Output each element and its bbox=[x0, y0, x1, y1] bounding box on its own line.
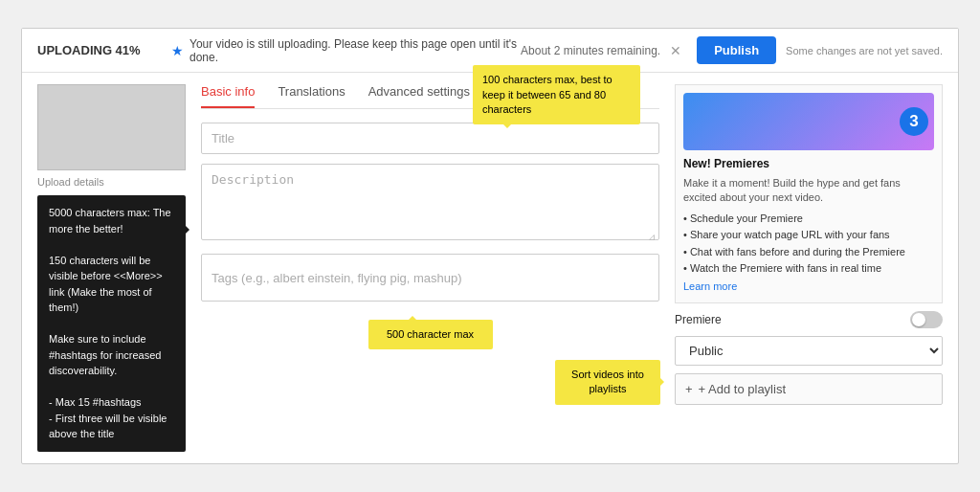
main-content: Upload details 5000 characters max: The … bbox=[22, 73, 958, 463]
visibility-select[interactable]: Public Unlisted Private bbox=[675, 336, 943, 366]
bullet-2: Share your watch page URL with your fans bbox=[683, 228, 934, 242]
upload-label: Upload details bbox=[37, 176, 186, 188]
resize-handle-icon: ⊿ bbox=[648, 232, 656, 242]
plus-icon: + bbox=[685, 382, 693, 396]
upload-message: ★ Your video is still uploading. Please … bbox=[171, 37, 521, 64]
add-playlist-label: + Add to playlist bbox=[699, 382, 786, 396]
right-panel: 3 New! Premieres Make it a moment! Build… bbox=[675, 84, 943, 405]
title-character-annotation: 100 characters max, best to keep it betw… bbox=[473, 65, 640, 124]
description-field: ⊿ bbox=[201, 164, 659, 244]
video-thumbnail bbox=[37, 84, 186, 170]
learn-more-link[interactable]: Learn more bbox=[683, 280, 934, 294]
upload-dialog: UPLOADING 41% ★ Your video is still uplo… bbox=[21, 28, 959, 464]
bullet-4: Watch the Premiere with fans in real tim… bbox=[683, 261, 934, 276]
star-icon: ★ bbox=[171, 43, 184, 58]
premiere-toggle[interactable] bbox=[910, 311, 943, 328]
left-panel: Upload details 5000 characters max: The … bbox=[37, 84, 186, 452]
tags-wrapper: 500 character max bbox=[201, 254, 659, 302]
premiere-label: Premiere bbox=[675, 313, 722, 326]
premiere-subtitle: Make it a moment! Build the hype and get… bbox=[683, 176, 934, 206]
title-input[interactable] bbox=[201, 123, 659, 154]
description-input[interactable] bbox=[201, 164, 659, 240]
premiere-row: Premiere bbox=[675, 311, 943, 328]
bullet-3: Chat with fans before and during the Pre… bbox=[683, 245, 934, 259]
premiere-number-badge: 3 bbox=[900, 107, 928, 136]
tags-character-annotation: 500 character max bbox=[368, 320, 493, 349]
unsaved-message: Some changes are not yet saved. bbox=[786, 45, 943, 56]
right-panel-wrapper: 3 New! Premieres Make it a moment! Build… bbox=[675, 84, 943, 452]
tab-basic-info[interactable]: Basic info bbox=[201, 84, 255, 108]
add-to-playlist-button[interactable]: + + Add to playlist bbox=[675, 373, 943, 405]
sort-videos-annotation: Sort videos into playlists bbox=[555, 360, 660, 405]
tags-input[interactable] bbox=[201, 254, 659, 302]
premiere-info-box: 3 New! Premieres Make it a moment! Build… bbox=[675, 84, 943, 303]
description-annotation: 5000 characters max: The more the better… bbox=[37, 195, 186, 452]
upload-progress: UPLOADING 41% bbox=[37, 43, 152, 57]
playlist-row: Sort videos into playlists + + Add to pl… bbox=[675, 373, 943, 405]
bullet-1: Schedule your Premiere bbox=[683, 212, 934, 226]
time-remaining: About 2 minutes remaining. bbox=[521, 44, 660, 57]
tab-advanced-settings[interactable]: Advanced settings bbox=[368, 84, 470, 108]
tags-field-container bbox=[201, 254, 659, 302]
close-button[interactable]: ✕ bbox=[670, 43, 681, 58]
publish-button[interactable]: Publish bbox=[697, 36, 776, 64]
premiere-title: New! Premieres bbox=[683, 156, 934, 172]
premiere-bullets: Schedule your Premiere Share your watch … bbox=[683, 212, 934, 277]
tab-translations[interactable]: Translations bbox=[278, 84, 345, 108]
title-field bbox=[201, 123, 659, 154]
